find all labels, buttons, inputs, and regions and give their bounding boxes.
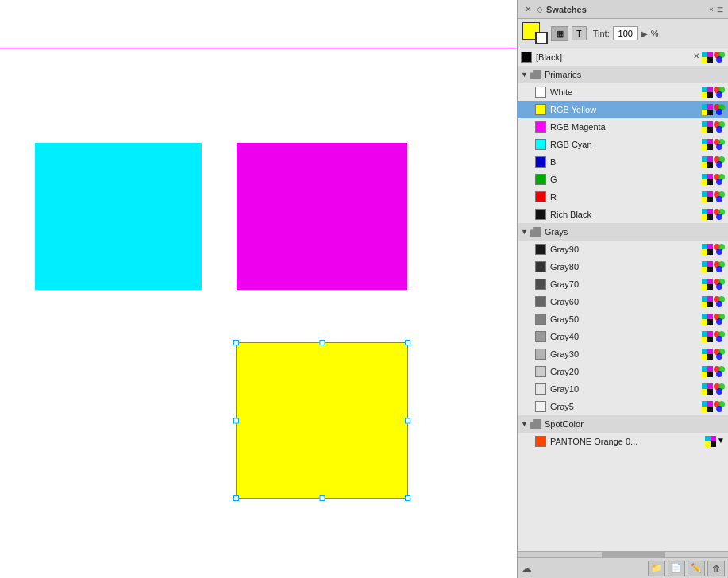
swatch-row-rgb-magenta[interactable]: RGB Magenta bbox=[518, 118, 728, 136]
magenta-rectangle[interactable] bbox=[237, 143, 407, 290]
group-arrow-spotcolor: ▼ bbox=[521, 420, 528, 428]
cmyk-icon bbox=[702, 331, 713, 342]
swatch-row-white[interactable]: White bbox=[518, 83, 728, 101]
delete-swatch-button[interactable]: 🗑 bbox=[707, 561, 725, 576]
swatch-icons-g bbox=[702, 174, 725, 185]
swatch-name-gray80: Gray80 bbox=[550, 262, 702, 272]
fill-stroke-selector[interactable] bbox=[522, 22, 548, 44]
expand-icon[interactable]: ▼ bbox=[717, 436, 725, 447]
handle-br[interactable] bbox=[405, 495, 410, 501]
swatch-row-rich-black[interactable]: Rich Black bbox=[518, 206, 728, 223]
rgb-icon bbox=[714, 121, 725, 133]
swatch-name-gray40: Gray40 bbox=[550, 332, 702, 341]
rgb-icon bbox=[714, 244, 725, 255]
swatch-row-black[interactable]: [Black] ✕ bbox=[518, 48, 728, 66]
cmyk-icon bbox=[702, 349, 713, 360]
swatch-color-rgb-magenta bbox=[535, 121, 546, 133]
swatch-name-gray20: Gray20 bbox=[550, 367, 702, 376]
cyan-rectangle[interactable] bbox=[35, 143, 202, 290]
swatch-color-gray10 bbox=[535, 383, 546, 395]
format-cmyk-button[interactable]: ▦ bbox=[551, 26, 568, 41]
group-header-grays[interactable]: ▼ Grays bbox=[518, 223, 728, 241]
panel-titlebar-right: « ≡ bbox=[709, 4, 723, 15]
rgb-icon bbox=[714, 139, 725, 150]
group-header-spotcolor[interactable]: ▼ SpotColor bbox=[518, 415, 728, 433]
swatch-row-gray90[interactable]: Gray90 bbox=[518, 241, 728, 258]
swatch-row-gray80[interactable]: Gray80 bbox=[518, 258, 728, 276]
swatch-name-rgb-magenta: RGB Magenta bbox=[550, 122, 702, 132]
swatch-row-gray20[interactable]: Gray20 bbox=[518, 363, 728, 380]
color-pickers-row: ▦ T Tint: ▶ % bbox=[518, 19, 728, 48]
swatch-name-gray90: Gray90 bbox=[550, 245, 702, 254]
swatch-row-gray60[interactable]: Gray60 bbox=[518, 293, 728, 310]
swatch-color-rich-black bbox=[535, 209, 546, 220]
swatch-color-g bbox=[535, 174, 546, 185]
horizontal-scrollbar[interactable] bbox=[518, 551, 728, 557]
format-text-button[interactable]: T bbox=[572, 26, 587, 40]
rgb-icon bbox=[714, 349, 725, 360]
swatch-row-gray10[interactable]: Gray10 bbox=[518, 380, 728, 398]
cloud-icon[interactable]: ☁ bbox=[521, 562, 532, 575]
swatch-name-rgb-cyan: RGB Cyan bbox=[550, 140, 702, 149]
swatch-color-gray70 bbox=[535, 279, 546, 290]
cmyk-icon bbox=[702, 314, 713, 325]
swatch-list[interactable]: [Black] ✕ ▼ Primaries W bbox=[518, 48, 728, 551]
handle-mr[interactable] bbox=[405, 418, 410, 423]
rgb-icon bbox=[714, 174, 725, 185]
swatch-color-gray80 bbox=[535, 261, 546, 272]
swatch-icons-black: ✕ bbox=[693, 52, 725, 63]
swatch-row-gray40[interactable]: Gray40 bbox=[518, 328, 728, 345]
rgb-icon bbox=[714, 279, 725, 290]
panel-collapse-btn[interactable]: « bbox=[709, 5, 714, 13]
swatch-icons-rgb-cyan bbox=[702, 139, 725, 150]
swatch-row-gray50[interactable]: Gray50 bbox=[518, 310, 728, 328]
scroll-thumb[interactable] bbox=[602, 552, 665, 557]
swatch-row-gray5[interactable]: Gray5 bbox=[518, 398, 728, 415]
handle-tm[interactable] bbox=[319, 340, 325, 345]
handle-bm[interactable] bbox=[319, 495, 325, 501]
tint-arrow[interactable]: ▶ bbox=[641, 29, 648, 38]
swatch-options-button[interactable]: ✏️ bbox=[688, 561, 705, 576]
new-color-group-button[interactable]: 📁 bbox=[648, 561, 665, 576]
group-header-primaries[interactable]: ▼ Primaries bbox=[518, 66, 728, 83]
swatch-name-gray60: Gray60 bbox=[550, 297, 702, 306]
stroke-swatch[interactable] bbox=[535, 32, 548, 44]
handle-tr[interactable] bbox=[405, 340, 410, 345]
swatch-row-b[interactable]: B bbox=[518, 153, 728, 171]
folder-icon-spotcolor bbox=[530, 419, 541, 429]
tint-input[interactable] bbox=[613, 26, 638, 40]
panel-menu-button[interactable]: ≡ bbox=[717, 4, 723, 15]
swatch-row-pantone-orange[interactable]: PANTONE Orange 0... ▼ bbox=[518, 433, 728, 450]
swatch-row-rgb-yellow[interactable]: RGB Yellow bbox=[518, 101, 728, 118]
cmyk-icon bbox=[705, 436, 716, 447]
swatch-row-g[interactable]: G bbox=[518, 171, 728, 188]
swatch-name-pantone-orange: PANTONE Orange 0... bbox=[550, 437, 705, 446]
rgb-icon bbox=[714, 331, 725, 342]
cmyk-icon bbox=[702, 52, 713, 63]
swatch-name-gray30: Gray30 bbox=[550, 349, 702, 359]
new-swatch-button[interactable]: 📄 bbox=[668, 561, 685, 576]
new-page-icon: 📄 bbox=[671, 563, 682, 573]
swatch-color-b bbox=[535, 156, 546, 168]
panel-titlebar-left: ✕ ◇ Swatches bbox=[522, 4, 587, 14]
swatch-name-b: B bbox=[550, 157, 702, 167]
swatch-icons-rich-black bbox=[702, 209, 725, 220]
swatch-name-black: [Black] bbox=[536, 52, 693, 62]
handle-tl[interactable] bbox=[233, 340, 239, 345]
swatch-icons-r bbox=[702, 191, 725, 202]
panel-close-button[interactable]: ✕ bbox=[522, 4, 533, 14]
swatch-row-gray70[interactable]: Gray70 bbox=[518, 276, 728, 293]
canvas-area bbox=[0, 0, 517, 578]
folder-icon-primaries bbox=[530, 70, 541, 79]
handle-bl[interactable] bbox=[233, 495, 239, 501]
swatch-row-r[interactable]: R bbox=[518, 188, 728, 206]
yellow-rectangle[interactable] bbox=[237, 343, 407, 498]
handle-ml[interactable] bbox=[233, 418, 239, 423]
swatch-icons-pantone-orange: ▼ bbox=[705, 436, 725, 447]
swatch-row-gray30[interactable]: Gray30 bbox=[518, 345, 728, 363]
swatch-row-rgb-cyan[interactable]: RGB Cyan bbox=[518, 136, 728, 153]
swatch-name-white: White bbox=[550, 87, 702, 97]
rgb-icon bbox=[714, 383, 725, 395]
swatch-icon-x: ✕ bbox=[693, 52, 699, 63]
group-name-spotcolor: SpotColor bbox=[545, 419, 584, 429]
